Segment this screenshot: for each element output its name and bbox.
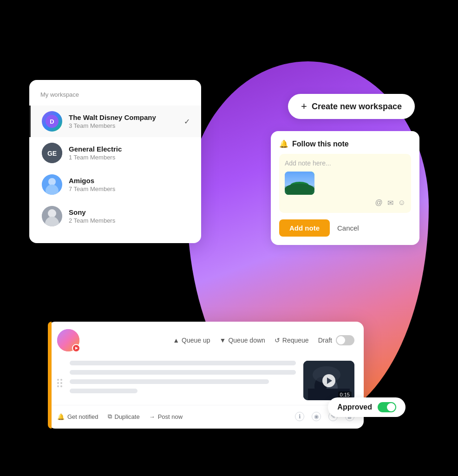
plus-icon: +	[301, 100, 307, 112]
create-workspace-label: Create new workspace	[312, 102, 402, 112]
queue-down-action[interactable]: ▼ Queue down	[220, 337, 265, 344]
requeue-action[interactable]: ↺ Requeue	[275, 337, 309, 344]
post-footer: 🔔 Get notified ⧉ Duplicate → Post now ℹ …	[48, 405, 364, 429]
note-actions: Add note Cancel	[279, 219, 411, 237]
requeue-icon: ↺	[275, 337, 280, 344]
queue-down-icon: ▼	[220, 337, 226, 344]
drag-handle[interactable]	[57, 361, 62, 400]
draft-toggle[interactable]: Draft	[318, 335, 354, 345]
svg-point-5	[48, 178, 56, 185]
follow-note-title: Follow this note	[292, 140, 349, 148]
post-card-header: ▲ Queue up ▼ Queue down ↺ Requeue Draft	[48, 322, 364, 351]
note-image-thumbnail	[285, 172, 314, 195]
workspace-info-ge: General Electric 1 Team Members	[69, 145, 190, 161]
note-textarea[interactable]: Add note here... @	[279, 154, 411, 213]
yellow-accent-bar	[48, 322, 52, 429]
post-text-content	[70, 361, 296, 400]
workspace-members-disney: 3 Team Members	[69, 122, 184, 129]
workspace-info-sony: Sony 2 Team Members	[69, 208, 190, 224]
post-now-icon: →	[149, 413, 155, 420]
get-notified-action[interactable]: 🔔 Get notified	[57, 413, 98, 420]
queue-up-label: Queue up	[182, 337, 210, 344]
footer-left-actions: 🔔 Get notified ⧉ Duplicate → Post now	[57, 413, 183, 420]
approved-badge: Approved	[328, 397, 406, 417]
workspace-name-sony: Sony	[69, 208, 190, 216]
workspace-info-disney: The Walt Disney Company 3 Team Members	[69, 113, 184, 129]
workspace-panel: My workspace D The Walt Disney Company 3…	[29, 80, 201, 243]
workspace-members-sony: 2 Team Members	[69, 217, 190, 224]
svg-point-8	[48, 209, 56, 218]
workspace-members-ge: 1 Team Members	[69, 154, 190, 161]
workspace-item-ge[interactable]: GE General Electric 1 Team Members	[29, 137, 201, 169]
video-inner: 0:15	[303, 361, 354, 400]
svg-text:GE: GE	[47, 150, 57, 157]
approved-label: Approved	[337, 403, 372, 411]
follow-note-card: 🔔 Follow this note Add note here...	[271, 131, 419, 245]
play-button[interactable]	[322, 374, 335, 387]
draft-label: Draft	[318, 337, 332, 344]
note-icon-row: @ ✉ ☺	[285, 198, 406, 207]
approved-toggle-knob	[387, 403, 395, 411]
youtube-badge	[72, 344, 80, 352]
workspace-name-amigos: Amigos	[69, 177, 190, 185]
workspace-name-ge: General Electric	[69, 145, 190, 153]
avatar-amigos	[42, 174, 62, 195]
avatar-ge: GE	[42, 143, 62, 163]
post-content: 0:15	[48, 351, 364, 405]
svg-marker-14	[75, 347, 78, 350]
svg-point-12	[285, 184, 314, 195]
video-duration: 0:15	[338, 391, 352, 398]
approved-toggle[interactable]	[378, 402, 396, 412]
workspace-item-disney[interactable]: D The Walt Disney Company 3 Team Members…	[29, 106, 201, 137]
info-icon[interactable]: ℹ	[295, 412, 304, 421]
post-video-thumbnail[interactable]: 0:15	[303, 361, 354, 400]
add-note-button[interactable]: Add note	[279, 219, 330, 237]
queue-down-label: Queue down	[228, 337, 265, 344]
text-line-1	[70, 361, 296, 365]
post-now-action[interactable]: → Post now	[149, 413, 183, 420]
duplicate-action[interactable]: ⧉ Duplicate	[108, 413, 140, 420]
post-avatar	[57, 329, 79, 351]
toggle-knob	[337, 336, 345, 344]
workspace-info-amigos: Amigos 7 Team Members	[69, 177, 190, 192]
workspace-panel-title: My workspace	[29, 91, 201, 106]
bell-icon: 🔔	[279, 139, 288, 148]
avatar-sony	[42, 206, 62, 226]
workspace-item-sony[interactable]: Sony 2 Team Members	[29, 200, 201, 232]
svg-text:D: D	[50, 118, 54, 125]
queue-up-icon: ▲	[173, 337, 179, 344]
avatar-disney: D	[42, 111, 62, 132]
post-header-actions: ▲ Queue up ▼ Queue down ↺ Requeue Draft	[173, 335, 354, 345]
post-card-wrapper: ▲ Queue up ▼ Queue down ↺ Requeue Draft	[48, 322, 364, 429]
workspace-item-amigos[interactable]: Amigos 7 Team Members	[29, 169, 201, 200]
workspace-members-amigos: 7 Team Members	[69, 185, 190, 192]
duplicate-label: Duplicate	[115, 413, 140, 420]
note-placeholder: Add note here...	[285, 159, 406, 167]
view-icon[interactable]: ◉	[312, 412, 321, 421]
workspace-name-disney: The Walt Disney Company	[69, 113, 184, 121]
svg-point-11	[290, 182, 309, 189]
post-now-label: Post now	[158, 413, 183, 420]
requeue-label: Requeue	[282, 337, 309, 344]
create-workspace-button[interactable]: + Create new workspace	[288, 94, 415, 119]
at-icon[interactable]: @	[375, 198, 382, 207]
duplicate-icon: ⧉	[108, 413, 112, 420]
checkmark-disney: ✓	[184, 117, 190, 126]
follow-note-header: 🔔 Follow this note	[279, 139, 411, 148]
text-line-3	[70, 379, 269, 384]
bell-footer-icon: 🔔	[57, 413, 65, 420]
email-icon[interactable]: ✉	[387, 198, 393, 207]
play-icon	[327, 377, 332, 384]
draft-toggle-switch[interactable]	[336, 335, 354, 345]
emoji-icon[interactable]: ☺	[398, 198, 406, 207]
queue-up-action[interactable]: ▲ Queue up	[173, 337, 210, 344]
text-line-4	[70, 389, 137, 393]
get-notified-label: Get notified	[67, 413, 98, 420]
text-line-2	[70, 370, 296, 375]
post-card: ▲ Queue up ▼ Queue down ↺ Requeue Draft	[48, 322, 364, 429]
cancel-button[interactable]: Cancel	[337, 224, 359, 232]
